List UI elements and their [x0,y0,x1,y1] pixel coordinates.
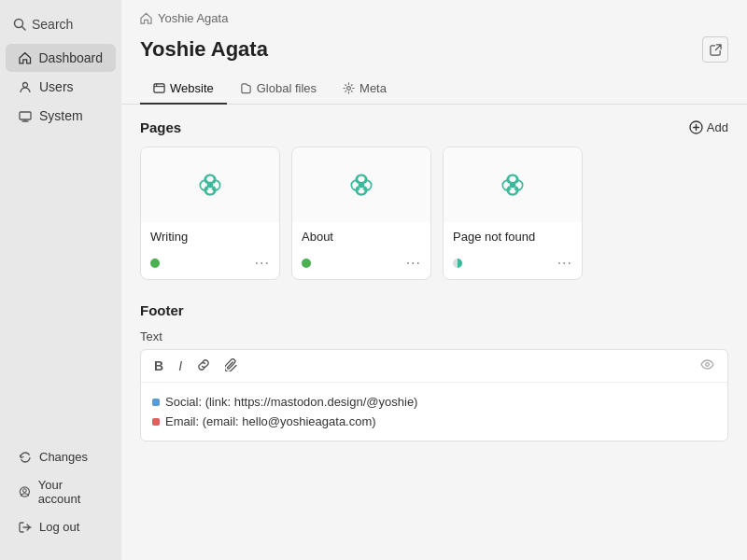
sidebar-label-changes: Changes [39,450,88,464]
page-card-writing[interactable]: Writing ··· [140,147,280,280]
flower-icon-writing [192,167,228,203]
eye-icon [700,357,714,371]
pages-section-header: Pages Add [140,119,728,135]
footer-text-editor: B I [140,349,728,441]
card-name-not-found: Page not found [453,230,535,244]
add-icon [689,120,703,134]
bold-icon: B [154,358,163,373]
sidebar-item-account[interactable]: Your account [6,471,116,512]
page-card-about[interactable]: About ··· [291,147,431,280]
bold-button[interactable]: B [150,357,167,375]
text-field-label: Text [140,329,728,343]
users-icon [19,80,32,93]
svg-point-17 [510,182,516,189]
main-nav: Dashboard Users System [0,39,121,442]
editor-line-social: Social: (link: https://mastodon.design/@… [152,392,716,412]
svg-rect-3 [20,112,31,119]
card-name-about: About [302,230,333,244]
editor-line-email: Email: (email: hello@yoshieagata.com) [152,412,716,431]
add-page-button[interactable]: Add [689,120,728,134]
page-title: Yoshie Agata [140,37,268,62]
svg-point-16 [359,182,365,189]
card-footer-writing: ··· [141,251,279,279]
status-dot-writing [150,259,160,268]
changes-icon [19,451,32,464]
add-label: Add [707,120,728,134]
svg-point-7 [23,489,27,493]
tab-website[interactable]: Website [140,74,227,105]
tabs-bar: Website Global files Meta [121,74,747,105]
page-header: Yoshie Agata [121,33,747,74]
bullet-social [152,399,160,406]
sidebar-label-system: System [39,108,83,123]
attach-icon [225,358,238,371]
sidebar: Search Dashboard Users System [0,0,121,560]
website-tab-icon [153,82,165,94]
flower-icon-not-found [495,167,530,203]
search-button[interactable]: Search [0,9,121,39]
breadcrumb: Yoshie Agata [121,0,747,33]
card-info-writing: Writing [141,222,279,251]
status-dot-about [302,259,311,268]
editor-line-social-text: Social: (link: https://mastodon.design/@… [165,395,417,409]
sidebar-item-dashboard[interactable]: Dashboard [6,44,116,72]
svg-point-19 [706,363,710,367]
editor-line-email-text: Email: (email: hello@yoshieagata.com) [165,414,376,428]
pages-cards-grid: Writing ··· [140,147,728,280]
external-link-button[interactable] [702,36,728,63]
card-preview-not-found [444,147,582,222]
card-name-writing: Writing [150,230,188,244]
footer-section-title: Footer [140,302,728,318]
sidebar-item-changes[interactable]: Changes [6,443,116,470]
sidebar-label-dashboard: Dashboard [39,50,104,65]
svg-rect-8 [154,84,164,92]
sidebar-label-logout: Log out [39,520,79,534]
link-button[interactable] [193,357,214,376]
attach-button[interactable] [221,357,242,376]
sidebar-item-users[interactable]: Users [6,73,116,101]
system-icon [19,109,32,122]
svg-point-15 [207,182,214,189]
search-icon [13,18,26,31]
preview-button[interactable] [697,356,718,376]
pages-section-title: Pages [140,119,181,135]
italic-icon: I [178,358,182,373]
card-preview-writing [141,147,279,222]
svg-line-1 [22,27,26,31]
footer-section: Footer Text B I [140,302,728,441]
breadcrumb-label: Yoshie Agata [158,11,228,25]
card-menu-about[interactable]: ··· [406,255,421,272]
sidebar-label-users: Users [39,79,74,94]
bullet-email [152,418,160,426]
logout-icon [19,521,32,534]
card-preview-about [292,147,430,222]
flower-icon-about [344,167,379,203]
svg-point-2 [23,83,28,88]
sidebar-item-logout[interactable]: Log out [6,513,116,540]
toolbar-left: B I [150,357,242,376]
meta-tab-icon [343,82,355,94]
tab-meta-label: Meta [359,81,387,95]
search-label: Search [32,17,73,32]
global-files-tab-icon [240,82,252,94]
tab-meta[interactable]: Meta [330,74,400,105]
card-info-about: About [292,222,430,251]
content-area: Pages Add [121,119,747,441]
card-menu-writing[interactable]: ··· [255,255,270,272]
status-dot-not-found [453,259,462,268]
sidebar-bottom: Changes Your account Log out [0,442,121,551]
editor-content[interactable]: Social: (link: https://mastodon.design/@… [141,383,727,441]
tab-global-files[interactable]: Global files [227,74,330,105]
breadcrumb-home-icon [140,12,152,24]
card-footer-not-found: ··· [444,251,582,279]
home-icon [19,51,32,64]
tab-global-files-label: Global files [257,81,317,95]
italic-button[interactable]: I [175,357,186,375]
tab-website-label: Website [170,81,214,95]
card-menu-not-found[interactable]: ··· [557,255,572,272]
link-icon [197,358,210,371]
account-icon [19,485,31,498]
main-content: Yoshie Agata Yoshie Agata Website Global… [121,0,747,560]
page-card-not-found[interactable]: Page not found ··· [443,147,583,280]
sidebar-item-system[interactable]: System [6,102,116,130]
